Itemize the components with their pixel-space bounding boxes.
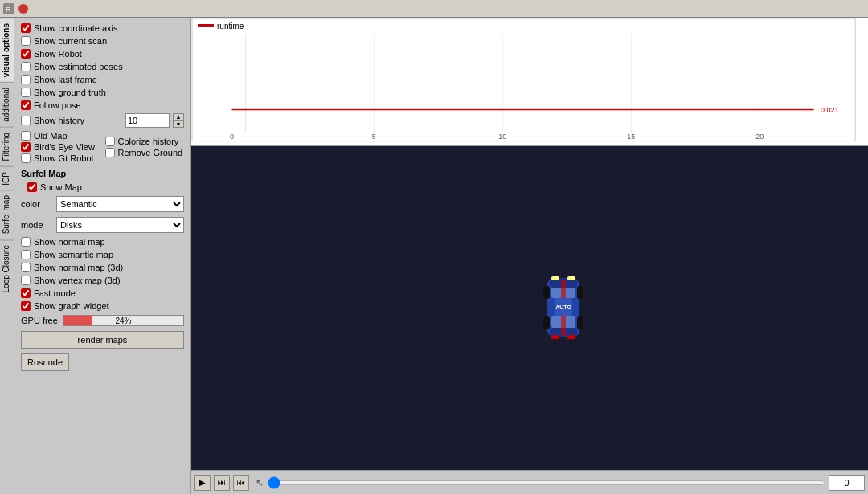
show-last-label[interactable]: Show last frame: [34, 75, 97, 84]
svg-rect-29: [577, 316, 583, 329]
svg-rect-27: [543, 316, 550, 329]
chart-area: runtime 0 5 10 15 20: [191, 18, 868, 146]
remove-ground-checkbox[interactable]: [105, 148, 115, 157]
show-normal-map-label[interactable]: Show normal map: [34, 237, 105, 247]
chart-svg: runtime 0 5 10 15 20: [191, 18, 868, 145]
app-icon: R: [3, 3, 14, 14]
tab-surfel-map[interactable]: Surfel map: [0, 190, 14, 239]
show-scan-checkbox[interactable]: [21, 36, 31, 46]
show-robot-checkbox[interactable]: [21, 49, 31, 59]
render-maps-button[interactable]: render maps: [21, 331, 184, 349]
show-ground-label[interactable]: Show ground truth: [34, 88, 106, 97]
follow-pose-row: Follow pose: [21, 100, 184, 111]
svg-text:20: 20: [755, 133, 764, 141]
svg-rect-33: [567, 335, 575, 339]
frame-count: 0: [829, 475, 865, 491]
svg-text:0.021: 0.021: [821, 106, 839, 114]
colorize-row: Colorize history: [105, 136, 185, 147]
show-gt-checkbox[interactable]: [21, 153, 31, 163]
spin-up[interactable]: ▲: [173, 113, 184, 120]
svg-rect-32: [551, 335, 559, 339]
show-ground-row: Show ground truth: [21, 87, 184, 98]
show-semantic-map-label[interactable]: Show semantic map: [34, 250, 113, 259]
tab-additional[interactable]: additional: [0, 82, 14, 127]
cursor-icon: ↖: [256, 477, 264, 488]
show-map-label[interactable]: Show Map: [40, 182, 82, 192]
show-history-label[interactable]: Show history: [34, 116, 84, 125]
show-robot-label[interactable]: Show Robot: [34, 49, 82, 59]
colorize-label[interactable]: Colorize history: [118, 137, 179, 146]
show-estimated-checkbox[interactable]: [21, 62, 31, 71]
mode-select[interactable]: Disks Points Surfels: [56, 217, 184, 233]
main-container: visual options additional Filtering ICP …: [0, 18, 868, 494]
show-last-row: Show last frame: [21, 74, 184, 85]
show-normal-map-checkbox[interactable]: [21, 237, 31, 247]
history-value-input[interactable]: [125, 113, 170, 128]
step-button[interactable]: ⏭: [214, 475, 230, 491]
show-graph-label[interactable]: Show graph widget: [34, 301, 109, 311]
tab-visual-options[interactable]: visual options: [0, 18, 14, 82]
show-graph-checkbox[interactable]: [21, 301, 31, 311]
mode-label: mode: [21, 220, 51, 230]
timeline-slider[interactable]: [267, 480, 825, 485]
svg-rect-30: [551, 276, 559, 280]
show-vertex-3d-checkbox[interactable]: [21, 276, 31, 285]
show-vertex-3d-label[interactable]: Show vertex map (3d): [34, 276, 121, 285]
fast-mode-row: Fast mode: [21, 288, 184, 299]
follow-pose-checkbox[interactable]: [21, 100, 31, 110]
old-map-label[interactable]: Old Map: [34, 131, 68, 141]
svg-rect-3: [191, 18, 868, 145]
show-history-checkbox[interactable]: [21, 116, 31, 125]
svg-text:AUTO: AUTO: [555, 304, 571, 310]
show-robot-row: Show Robot: [21, 48, 184, 59]
end-button[interactable]: ⏮: [233, 475, 249, 491]
show-normal-map-row: Show normal map: [21, 236, 184, 247]
old-map-checkbox[interactable]: [21, 131, 31, 141]
tab-icp[interactable]: ICP: [0, 166, 14, 190]
gpu-label: GPU free: [21, 316, 58, 325]
birds-eye-label[interactable]: Bird's Eye View: [34, 142, 95, 152]
show-normal-3d-checkbox[interactable]: [21, 263, 31, 272]
tab-filtering[interactable]: Filtering: [0, 127, 14, 166]
birds-eye-checkbox[interactable]: [21, 142, 31, 152]
show-ground-checkbox[interactable]: [21, 88, 31, 97]
svg-text:runtime: runtime: [217, 22, 244, 31]
car-svg: AUTO: [543, 271, 583, 344]
show-map-checkbox[interactable]: [27, 182, 37, 192]
show-map-row: Show Map: [21, 182, 184, 193]
show-coord-checkbox[interactable]: [21, 23, 31, 33]
title-bar-icons: R: [3, 3, 29, 14]
svg-rect-26: [543, 286, 550, 299]
tab-loop-closure[interactable]: Loop Closure: [0, 239, 14, 297]
show-scan-label[interactable]: Show current scan: [34, 36, 107, 46]
show-estimated-label[interactable]: Show estimated poses: [34, 62, 123, 71]
fast-mode-label[interactable]: Fast mode: [34, 288, 76, 298]
gpu-row: GPU free 24%: [21, 313, 184, 328]
show-last-checkbox[interactable]: [21, 75, 31, 84]
svg-text:R: R: [6, 6, 11, 14]
remove-ground-label[interactable]: Remove Ground: [118, 148, 183, 157]
view-3d[interactable]: AUTO: [191, 146, 868, 470]
show-gt-label[interactable]: Show Gt Robot: [34, 153, 94, 163]
old-map-row: Old Map: [21, 130, 100, 141]
play-button[interactable]: ▶: [194, 475, 211, 491]
fast-mode-checkbox[interactable]: [21, 288, 31, 298]
show-graph-row: Show graph widget: [21, 300, 184, 312]
color-row: color Semantic Normal Height Intensity: [21, 194, 184, 214]
grid-overlay: [191, 146, 868, 470]
tab-labels: visual options additional Filtering ICP …: [0, 18, 14, 494]
svg-point-2: [18, 4, 28, 14]
color-select[interactable]: Semantic Normal Height Intensity: [56, 196, 184, 212]
rosnode-button[interactable]: Rosnode: [21, 353, 69, 371]
svg-rect-31: [567, 276, 575, 280]
colorize-checkbox[interactable]: [105, 137, 115, 146]
two-col-options: Old Map Bird's Eye View Show Gt Robot Co…: [21, 130, 184, 164]
show-semantic-map-checkbox[interactable]: [21, 250, 31, 259]
show-normal-3d-label[interactable]: Show normal map (3d): [34, 263, 123, 272]
show-coord-label[interactable]: Show coordinate axis: [34, 23, 118, 33]
svg-rect-28: [577, 286, 583, 299]
follow-pose-label[interactable]: Follow pose: [34, 100, 81, 110]
spin-down[interactable]: ▼: [173, 120, 184, 128]
close-icon[interactable]: [18, 3, 29, 14]
mode-row: mode Disks Points Surfels: [21, 215, 184, 235]
